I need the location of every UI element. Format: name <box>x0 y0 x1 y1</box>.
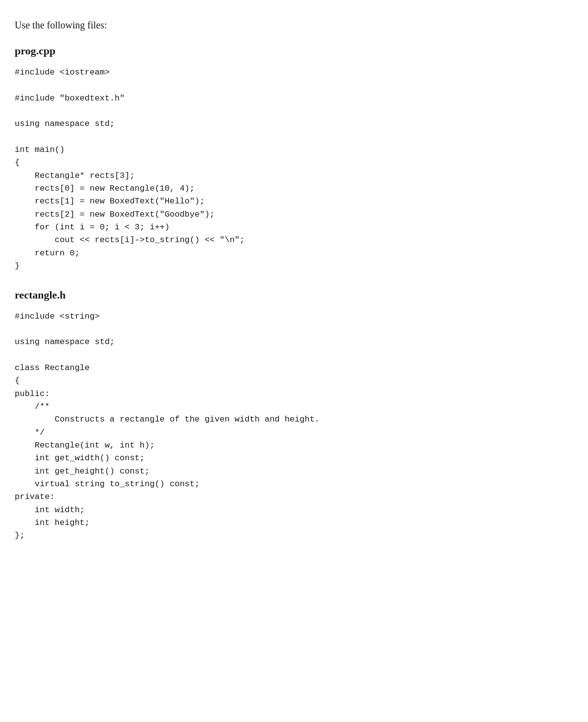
code-line-0-11: rects[2] = new BoxedText("Goodbye"); <box>15 208 568 221</box>
code-line-1-12: int get_height() const; <box>15 465 568 478</box>
code-line-0-3 <box>15 105 568 118</box>
code-line-1-11: int get_width() const; <box>15 452 568 465</box>
code-line-1-3 <box>15 349 568 362</box>
file-name-0: prog.cpp <box>15 45 568 57</box>
code-line-0-10: rects[1] = new BoxedText("Hello"); <box>15 195 568 208</box>
code-block-0: #include <iostream> #include "boxedtext.… <box>15 66 568 273</box>
code-line-0-13: cout << rects[i]->to_string() << "\n"; <box>15 234 568 247</box>
code-line-0-15: } <box>15 260 568 273</box>
code-line-1-7: /** <box>15 400 568 413</box>
code-line-1-10: Rectangle(int w, int h); <box>15 439 568 452</box>
code-line-0-4: using namespace std; <box>15 118 568 130</box>
code-line-0-2: #include "boxedtext.h" <box>15 92 568 105</box>
files-container: prog.cpp#include <iostream> #include "bo… <box>15 45 568 543</box>
code-line-0-7: { <box>15 156 568 169</box>
code-line-1-17: }; <box>15 529 568 542</box>
code-line-1-16: int height; <box>15 517 568 529</box>
code-line-1-9: */ <box>15 426 568 439</box>
code-line-0-12: for (int i = 0; i < 3; i++) <box>15 221 568 234</box>
code-line-1-2: using namespace std; <box>15 336 568 349</box>
code-line-1-6: public: <box>15 388 568 400</box>
file-section-1: rectangle.h#include <string> using names… <box>15 289 568 543</box>
file-section-0: prog.cpp#include <iostream> #include "bo… <box>15 45 568 273</box>
code-line-1-4: class Rectangle <box>15 362 568 374</box>
code-line-0-14: return 0; <box>15 247 568 260</box>
code-line-1-5: { <box>15 374 568 387</box>
code-line-0-5 <box>15 131 568 144</box>
code-line-0-9: rects[0] = new Rectangle(10, 4); <box>15 182 568 195</box>
intro-text: Use the following files: <box>15 20 568 31</box>
file-name-1: rectangle.h <box>15 289 568 301</box>
code-line-1-14: private: <box>15 491 568 503</box>
code-line-0-6: int main() <box>15 144 568 156</box>
code-block-1: #include <string> using namespace std; c… <box>15 310 568 543</box>
code-line-1-15: int width; <box>15 504 568 517</box>
code-line-1-13: virtual string to_string() const; <box>15 478 568 491</box>
code-line-1-1 <box>15 323 568 336</box>
code-line-0-1 <box>15 79 568 92</box>
code-line-0-0: #include <iostream> <box>15 66 568 79</box>
code-line-1-8: Constructs a rectangle of the given widt… <box>15 413 568 426</box>
code-line-1-0: #include <string> <box>15 310 568 323</box>
code-line-0-8: Rectangle* rects[3]; <box>15 170 568 182</box>
